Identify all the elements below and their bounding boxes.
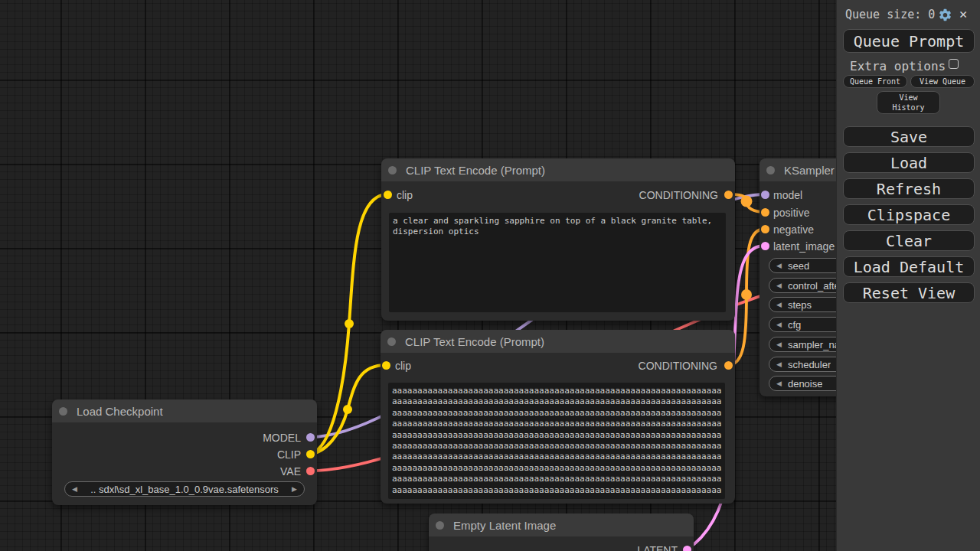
collapse-dot-icon[interactable] <box>387 337 396 346</box>
extra-options-checkbox[interactable] <box>949 59 959 69</box>
collapse-dot-icon[interactable] <box>388 166 397 174</box>
node-titlebar[interactable]: CLIP Text Encode (Prompt) <box>381 158 735 181</box>
reset-view-button[interactable]: Reset View <box>843 282 975 303</box>
input-port-clip[interactable] <box>384 191 392 199</box>
node-title: Load Checkpoint <box>77 405 163 418</box>
output-port-latent[interactable] <box>683 546 691 551</box>
widget-left-arrow-icon[interactable]: ◀ <box>776 341 782 348</box>
queue-front-button[interactable]: Queue Front <box>843 75 907 88</box>
widget-left-arrow-icon[interactable]: ◀ <box>776 321 782 328</box>
view-queue-button[interactable]: View Queue <box>910 75 975 88</box>
node-empty-latent-image[interactable]: Empty Latent Image LATENT <box>429 514 694 551</box>
save-button[interactable]: Save <box>843 126 975 147</box>
output-label-model: MODEL <box>263 432 301 444</box>
widget-left-arrow-icon[interactable]: ◀ <box>776 361 782 368</box>
view-history-button[interactable]: View History <box>877 91 940 114</box>
widget-label: scheduler <box>788 359 831 370</box>
output-port-conditioning[interactable] <box>724 191 733 199</box>
node-titlebar[interactable]: CLIP Text Encode (Prompt) <box>381 330 735 353</box>
refresh-button[interactable]: Refresh <box>843 178 975 199</box>
queue-size-label: Queue size: 0 <box>845 8 935 21</box>
close-icon[interactable]: ✕ <box>959 6 967 21</box>
clear-button[interactable]: Clear <box>843 230 975 251</box>
node-title: Empty Latent Image <box>453 519 556 532</box>
node-title: CLIP Text Encode (Prompt) <box>406 164 545 177</box>
comfy-menu-panel: Queue size: 0 ✕ Queue Prompt Extra optio… <box>836 0 980 551</box>
output-label-clip: CLIP <box>277 448 301 461</box>
combo-right-arrow-icon[interactable]: ▶ <box>292 486 297 493</box>
output-label-conditioning: CONDITIONING <box>639 189 718 201</box>
ckpt-name-combo[interactable]: ◀ .. sdxl\sd_xl_base_1.0_0.9vae.safetens… <box>64 481 305 497</box>
widget-left-arrow-icon[interactable]: ◀ <box>776 380 782 387</box>
prompt-textarea[interactable]: aaaaaaaaaaaaaaaaaaaaaaaaaaaaaaaaaaaaaaaa… <box>388 383 725 499</box>
node-load-checkpoint[interactable]: Load Checkpoint MODEL CLIP VAE ◀ .. sdxl… <box>52 399 317 505</box>
input-label-clip: clip <box>395 360 411 372</box>
node-titlebar[interactable]: Empty Latent Image <box>429 514 694 536</box>
prompt-textarea[interactable]: a clear and sparkling sapphire on top of… <box>389 213 726 312</box>
collapse-dot-icon[interactable] <box>436 521 444 530</box>
collapse-dot-icon[interactable] <box>766 166 775 174</box>
clipspace-button[interactable]: Clipspace <box>843 204 975 225</box>
output-port-vae[interactable] <box>306 467 315 475</box>
combo-left-arrow-icon[interactable]: ◀ <box>72 486 77 493</box>
input-label-latent-image: latent_image <box>773 240 835 253</box>
node-title: CLIP Text Encode (Prompt) <box>405 335 544 348</box>
widget-left-arrow-icon[interactable]: ◀ <box>776 302 782 308</box>
output-label-conditioning: CONDITIONING <box>639 360 717 372</box>
output-port-conditioning[interactable] <box>724 361 733 370</box>
output-port-model[interactable] <box>306 433 315 442</box>
widget-label: denoise <box>788 378 823 390</box>
input-label-clip: clip <box>397 189 413 201</box>
input-port-positive[interactable] <box>761 208 769 217</box>
widget-left-arrow-icon[interactable]: ◀ <box>776 262 782 269</box>
node-clip-text-encode-top[interactable]: CLIP Text Encode (Prompt) clip CONDITION… <box>381 158 735 321</box>
collapse-dot-icon[interactable] <box>59 407 67 416</box>
output-label-latent: LATENT <box>637 544 678 551</box>
load-button[interactable]: Load <box>843 152 975 173</box>
input-port-model[interactable] <box>761 191 769 199</box>
node-clip-text-encode-bottom[interactable]: CLIP Text Encode (Prompt) clip CONDITION… <box>381 330 735 504</box>
menu-header: Queue size: 0 ✕ <box>837 0 980 28</box>
node-title: KSampler <box>784 164 835 177</box>
ckpt-name-value: .. sdxl\sd_xl_base_1.0_0.9vae.safetensor… <box>90 484 279 495</box>
input-label-negative: negative <box>773 223 814 236</box>
input-port-latent-image[interactable] <box>761 242 769 250</box>
widget-left-arrow-icon[interactable]: ◀ <box>776 282 782 289</box>
load-default-button[interactable]: Load Default <box>843 256 975 277</box>
widget-label: seed <box>788 260 809 272</box>
input-label-model: model <box>773 189 802 201</box>
widget-label: cfg <box>788 319 801 331</box>
input-label-positive: positive <box>773 207 809 219</box>
output-port-clip[interactable] <box>306 450 315 458</box>
extra-options-label: Extra options <box>850 59 946 73</box>
output-label-vae: VAE <box>280 465 301 478</box>
input-port-negative[interactable] <box>761 225 769 233</box>
node-titlebar[interactable]: Load Checkpoint <box>52 399 317 422</box>
input-port-clip[interactable] <box>382 361 390 370</box>
queue-prompt-button[interactable]: Queue Prompt <box>843 29 975 53</box>
widget-label: steps <box>788 299 812 311</box>
settings-gear-icon[interactable] <box>938 8 952 22</box>
